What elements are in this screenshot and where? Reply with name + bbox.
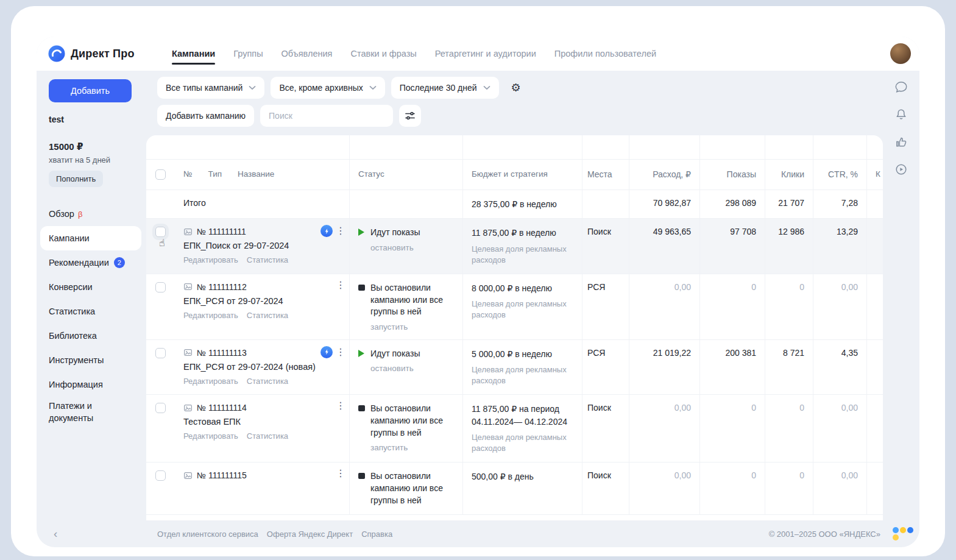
table-row: № 111111113 ⋮ ЕПК_РСЯ от 29-07-2024 (нов… [146,340,883,395]
sidebar-collapse-button[interactable]: ‹ [54,527,57,540]
footer-link-offer[interactable]: Оферта Яндекс Директ [267,530,353,539]
shows-value: 200 381 [699,340,765,395]
chevron-down-icon [249,85,256,90]
sidebar-item-conversions[interactable]: Конверсии [49,275,139,299]
chat-icon[interactable] [894,80,908,94]
status-text: Идут показы [370,227,420,239]
row-checkbox[interactable] [155,282,166,292]
stats-link[interactable]: Статистика [247,255,288,264]
filter-options-button[interactable] [399,105,421,127]
col-header-budget[interactable]: Бюджет и стратегия [462,160,582,190]
sidebar-item-label: Информация [49,380,103,389]
row-menu-button[interactable]: ⋮ [336,347,345,357]
campaign-number: № 111111114 [197,403,247,413]
user-avatar[interactable] [890,43,911,64]
edit-link[interactable]: Редактировать [183,431,238,441]
campaign-name[interactable]: Тестовая ЕПК [183,417,341,427]
table-row: № 111111114 ⋮ Тестовая ЕПК Редактировать… [146,395,883,463]
autotarget-bolt-icon [320,225,333,237]
col-header-ctr[interactable]: CTR, % [813,160,866,190]
add-campaign-button[interactable]: Добавить кампанию [157,105,254,127]
col-header-clicks[interactable]: Клики [765,160,813,190]
shows-value: 0 [699,395,765,462]
tab-campaigns[interactable]: Кампании [172,49,215,58]
sidebar-item-payments[interactable]: Платежи и документы [49,397,128,428]
col-header-spend[interactable]: Расход, ₽ [629,160,699,190]
campaign-name[interactable]: ЕПК_РСЯ от 29-07-2024 [183,296,341,306]
sidebar-item-tools[interactable]: Инструменты [49,348,139,372]
strategy-note: Целевая доля рекламных расходов [472,432,573,454]
balance-note: хватит на 5 дней [49,155,139,165]
stats-link[interactable]: Статистика [247,311,288,320]
status-action-link[interactable]: остановить [370,243,420,252]
footer-links: Отдел клиентского сервиса Оферта Яндекс … [157,530,392,539]
thumbs-up-icon[interactable] [894,135,908,149]
clicks-value: 8 721 [765,340,813,395]
col-header-name[interactable]: Название [238,169,274,180]
archive-filter[interactable]: Все, кроме архивных [271,77,384,99]
status-action-link[interactable]: запустить [370,443,454,452]
beta-badge: β [78,210,82,219]
table-settings-button[interactable]: ⚙ [505,77,527,99]
campaign-type-filter[interactable]: Все типы кампаний [157,77,264,99]
strategy-note: Целевая доля рекламных расходов [472,364,573,386]
col-header-clipped[interactable]: К [866,160,883,190]
footer-link-help[interactable]: Справка [361,530,392,539]
stats-link[interactable]: Статистика [247,431,288,441]
sidebar-item-library[interactable]: Библиотека [49,324,139,348]
main-content: Все типы кампаний Все, кроме архивных По… [146,71,883,520]
tab-user-profiles[interactable]: Профили пользователей [554,49,656,58]
campaign-name[interactable]: ЕПК_РСЯ от 29-07-2024 (новая) [183,362,341,372]
period-filter[interactable]: Последние 30 дней [391,77,499,99]
col-header-number[interactable]: № [183,169,192,180]
sidebar-item-information[interactable]: Информация [49,372,139,397]
tab-bids-phrases[interactable]: Ставки и фразы [350,49,416,58]
places-value: Поиск [582,395,629,462]
sidebar-item-overview[interactable]: Обзор β [49,202,139,226]
footer-link-support[interactable]: Отдел клиентского сервиса [157,530,258,539]
edit-link[interactable]: Редактировать [183,377,238,386]
bell-icon[interactable] [894,108,908,121]
select-all-checkbox[interactable] [155,169,166,180]
status-action-link[interactable]: остановить [370,364,420,373]
spend-value: 49 963,65 [629,219,699,274]
row-menu-button[interactable]: ⋮ [336,469,345,478]
col-header-shows[interactable]: Показы [699,160,765,190]
row-checkbox[interactable] [155,348,166,358]
row-menu-button[interactable]: ⋮ [336,280,345,290]
row-menu-button[interactable]: ⋮ [336,401,345,411]
row-checkbox[interactable] [155,227,166,237]
search-input[interactable] [269,111,384,121]
sidebar-item-label: Конверсии [49,282,93,292]
row-checkbox[interactable] [155,470,166,481]
tab-ads[interactable]: Объявления [281,49,333,58]
play-circle-icon[interactable] [894,163,908,176]
tab-retargeting[interactable]: Ретаргетинг и аудитории [435,49,536,58]
tab-groups[interactable]: Группы [233,49,263,58]
sidebar-item-recommendations[interactable]: Рекомендации 2 [49,250,139,275]
budget-value: 8 000,00 ₽ в неделю [472,282,573,294]
edit-link[interactable]: Редактировать [183,311,238,320]
row-menu-button[interactable]: ⋮ [336,226,345,236]
account-name[interactable]: test [49,115,139,124]
col-header-places[interactable]: Места [582,160,629,190]
row-checkbox[interactable] [155,403,166,413]
topup-button[interactable]: Пополнить [49,171,103,187]
right-icon-rail [883,71,919,520]
col-header-status[interactable]: Статус [349,160,462,190]
budget-value: 11 875,00 ₽ в неделю [472,227,573,239]
table-row: ☝ № 111111111 ⋮ ЕПК_Поис [146,219,883,274]
totals-shows: 298 089 [699,190,765,218]
sidebar-item-campaigns[interactable]: Кампании [40,226,141,250]
stats-link[interactable]: Статистика [247,377,288,386]
col-header-type[interactable]: Тип [208,169,222,180]
sidebar-item-label: Инструменты [49,355,104,365]
status-action-link[interactable]: запустить [370,322,454,331]
campaign-name[interactable]: ЕПК_Поиск от 29-07-2024 [183,241,341,250]
edit-link[interactable]: Редактировать [183,255,238,264]
add-button[interactable]: Добавить [49,79,132,102]
sidebar-item-statistics[interactable]: Статистика [49,299,139,324]
page-frame: Директ Про Кампании Группы Объявления Ст… [11,6,945,556]
status-running-icon [358,229,365,236]
clicks-value: 12 986 [765,219,813,274]
